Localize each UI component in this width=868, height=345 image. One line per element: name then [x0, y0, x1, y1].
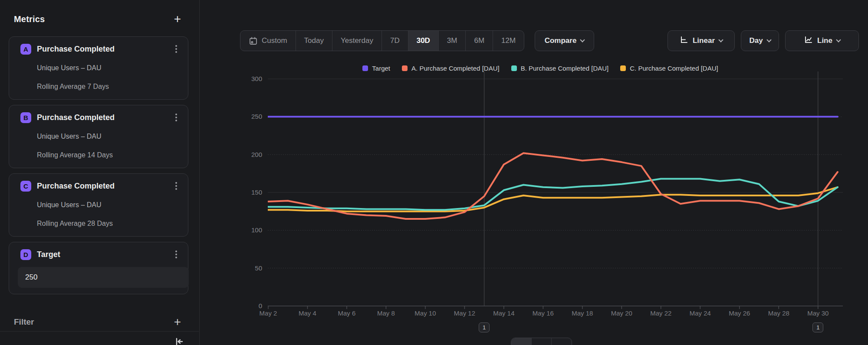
metric-title: Purchase Completed	[37, 113, 174, 122]
annotation-badge[interactable]: 1	[812, 322, 823, 332]
date-range-6m[interactable]: 6M	[466, 31, 493, 51]
kebab-menu-icon[interactable]	[174, 43, 178, 55]
kebab-menu-icon[interactable]	[174, 249, 178, 260]
target-value-input[interactable]	[18, 267, 189, 288]
date-range-3m[interactable]: 3M	[439, 31, 466, 51]
date-range-label: 6M	[474, 36, 484, 45]
x-tick-label: May 12	[448, 309, 480, 317]
y-tick-label: 100	[241, 226, 262, 234]
x-tick-label: May 24	[684, 309, 716, 317]
scale-label: Linear	[693, 36, 715, 45]
view-toggle-chart-and-table[interactable]	[532, 338, 552, 345]
metric-card[interactable]: A Purchase Completed Unique Users – DAU …	[9, 36, 188, 100]
add-metric-button[interactable]: +	[173, 13, 182, 25]
view-layout-toggle	[511, 338, 572, 345]
y-tick-label: 0	[241, 302, 262, 309]
interval-select-button[interactable]: Day	[741, 30, 779, 51]
calendar-icon	[249, 36, 258, 46]
sidebar-header: Metrics +	[14, 12, 182, 26]
x-tick-label: May 2	[252, 309, 284, 317]
date-range-custom[interactable]: Custom	[240, 31, 296, 51]
metric-transform: Rolling Average 28 Days	[37, 219, 178, 228]
date-range-label: 12M	[501, 36, 516, 45]
x-tick-label: May 14	[488, 309, 520, 317]
date-range-today[interactable]: Today	[296, 31, 332, 51]
annotation-badge[interactable]: 1	[479, 322, 490, 332]
plus-icon: +	[174, 12, 181, 26]
date-range-label: 7D	[390, 36, 400, 45]
line-chart-icon	[804, 36, 813, 46]
view-toggle-table-only[interactable]	[552, 338, 572, 345]
x-tick-label: May 30	[802, 309, 834, 317]
metric-measure: Unique Users – DAU	[37, 132, 178, 141]
target-card[interactable]: D Target	[9, 242, 188, 294]
collapse-sidebar-icon[interactable]	[174, 336, 184, 345]
chevron-down-icon	[718, 37, 723, 42]
date-range-30d[interactable]: 30D	[408, 31, 439, 51]
y-tick-label: 150	[241, 189, 262, 196]
chart-type-label: Line	[817, 36, 832, 45]
metric-card-header: A Purchase Completed	[20, 43, 178, 55]
metric-card-header: D Target	[20, 249, 178, 260]
date-range-label: 3M	[447, 36, 457, 45]
sidebar-footer	[0, 331, 199, 345]
filter-section-header: Filter +	[14, 316, 182, 328]
y-tick-label: 250	[241, 113, 262, 120]
interval-label: Day	[749, 36, 763, 45]
metric-card-header: B Purchase Completed	[20, 112, 178, 123]
x-tick-label: May 8	[370, 309, 402, 317]
date-range-12m[interactable]: 12M	[493, 31, 524, 51]
date-range-label: Yesterday	[341, 36, 373, 45]
plus-icon: +	[174, 315, 181, 329]
x-tick-label: May 22	[645, 309, 677, 317]
sidebar-title: Metrics	[14, 14, 45, 24]
linear-scale-icon	[680, 36, 688, 46]
date-range-7d[interactable]: 7D	[382, 31, 408, 51]
compare-button[interactable]: Compare	[535, 30, 594, 51]
y-tick-label: 300	[241, 75, 262, 82]
kebab-menu-icon[interactable]	[174, 180, 178, 192]
metric-transform: Rolling Average 7 Days	[37, 82, 178, 91]
chart-plot-area[interactable]	[268, 61, 845, 312]
metric-measure: Unique Users – DAU	[37, 201, 178, 209]
metric-title: Purchase Completed	[37, 45, 174, 54]
date-range-picker: CustomTodayYesterday7D30D3M6M12M	[240, 30, 524, 51]
x-tick-label: May 4	[291, 309, 323, 317]
chevron-down-icon	[766, 37, 771, 42]
metric-measure: Unique Users – DAU	[37, 64, 178, 72]
chevron-down-icon	[836, 37, 841, 42]
date-range-label: 30D	[417, 36, 430, 45]
x-tick-label: May 18	[566, 309, 598, 317]
date-range-yesterday[interactable]: Yesterday	[332, 31, 382, 51]
view-toggle-chart-only[interactable]	[511, 338, 532, 345]
chevron-down-icon	[580, 37, 585, 42]
x-tick-label: May 28	[763, 309, 795, 317]
metric-badge: C	[20, 181, 31, 192]
x-tick-label: May 10	[409, 309, 441, 317]
metric-badge: D	[20, 249, 31, 260]
metric-badge: A	[20, 44, 31, 55]
metric-card[interactable]: B Purchase Completed Unique Users – DAU …	[9, 105, 188, 168]
metric-card[interactable]: C Purchase Completed Unique Users – DAU …	[9, 173, 188, 237]
metric-title: Target	[37, 250, 174, 259]
y-tick-label: 50	[241, 264, 262, 272]
x-tick-label: May 20	[605, 309, 638, 317]
scale-select-button[interactable]: Linear	[667, 30, 735, 51]
x-tick-label: May 26	[723, 309, 756, 317]
chart-type-select-button[interactable]: Line	[785, 30, 859, 51]
date-range-label: Today	[304, 36, 324, 45]
metric-transform: Rolling Average 14 Days	[37, 151, 178, 159]
kebab-menu-icon[interactable]	[174, 112, 178, 123]
compare-label: Compare	[545, 36, 577, 45]
add-filter-button[interactable]: +	[173, 316, 182, 328]
metrics-sidebar: Metrics + A Purchase Completed Unique Us…	[0, 0, 200, 345]
y-tick-label: 200	[241, 151, 262, 158]
x-tick-label: May 16	[527, 309, 559, 317]
date-range-label: Custom	[262, 36, 287, 45]
metric-title: Purchase Completed	[37, 182, 174, 191]
x-tick-label: May 6	[331, 309, 363, 317]
metric-card-list: A Purchase Completed Unique Users – DAU …	[9, 36, 188, 294]
filter-label: Filter	[14, 317, 34, 327]
metric-badge: B	[20, 112, 31, 123]
metric-card-header: C Purchase Completed	[20, 180, 178, 192]
